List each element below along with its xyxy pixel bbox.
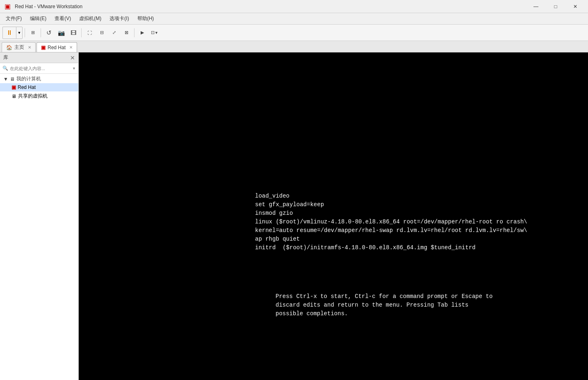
- menu-edit[interactable]: 编辑(E): [26, 14, 50, 24]
- fullscreen-button[interactable]: ⛶: [84, 27, 95, 39]
- terminal-content: load_video set gfx_payload=keep insmod g…: [255, 192, 527, 252]
- window-title: Red Hat - VMware Workstation: [15, 4, 526, 9]
- sidebar-item-shared[interactable]: 🖥 共享的虚拟机: [0, 91, 78, 101]
- sidebar: 库 ✕ 🔍 ▼ ▼ 🖥 我的计算机 ▣ Red Hat 🖥 共享的虚拟机: [0, 52, 79, 380]
- search-box: 🔍 ▼: [0, 63, 78, 74]
- redhat-label: Red Hat: [18, 84, 36, 90]
- toolbar-separator-4: [134, 28, 134, 37]
- unity-icon: ⊟: [100, 30, 104, 35]
- stretch-icon: ⤢: [112, 30, 116, 35]
- open-tab-dropdown-arrow: ▼: [155, 31, 158, 35]
- fullscreen-icon: ⛶: [87, 30, 92, 35]
- maximize-button[interactable]: □: [546, 0, 565, 13]
- home-tab-label: 主页: [14, 44, 24, 51]
- terminal-hint: Press Ctrl-x to start, Ctrl-c for a comm…: [276, 292, 492, 318]
- stretch-button[interactable]: ⤢: [108, 27, 120, 39]
- console-icon: ▶: [141, 30, 144, 35]
- home-tab-icon: 🏠: [6, 45, 12, 50]
- keyboard-icon: ⊞: [31, 30, 35, 35]
- minimize-button[interactable]: —: [526, 0, 545, 13]
- sidebar-header: 库 ✕: [0, 52, 78, 63]
- tab-redhat[interactable]: ▣ Red Hat ✕: [36, 42, 77, 52]
- revert-snapshot-icon: ↺: [46, 29, 52, 36]
- toolbar-separator-3: [81, 28, 82, 37]
- toolbar-separator-2: [41, 28, 41, 37]
- search-input[interactable]: [10, 66, 71, 71]
- close-button[interactable]: ✕: [566, 0, 585, 13]
- snapshot-revert-button[interactable]: ↺: [43, 27, 55, 39]
- vm-area: load_video set gfx_payload=keep insmod g…: [79, 52, 588, 380]
- open-in-tab-button[interactable]: ⊡ ▼: [149, 27, 160, 39]
- pause-button[interactable]: ⏸: [2, 27, 16, 39]
- app-icon: ▣: [3, 2, 11, 11]
- unity-button[interactable]: ⊟: [96, 27, 107, 39]
- menu-vm[interactable]: 虚拟机(M): [75, 14, 105, 24]
- snapshot-take-button[interactable]: 📷: [55, 27, 67, 39]
- toolbar-separator-1: [25, 28, 25, 37]
- tab-home[interactable]: 🏠 主页 ✕: [2, 42, 36, 52]
- menu-file[interactable]: 文件(F): [2, 14, 26, 24]
- titlebar: ▣ Red Hat - VMware Workstation — □ ✕: [0, 0, 588, 13]
- window-controls: — □ ✕: [526, 0, 585, 13]
- open-tab-icon: ⊡: [151, 30, 155, 35]
- redhat-tab-icon: ▣: [41, 45, 46, 50]
- console-button[interactable]: ▶: [137, 27, 148, 39]
- shared-label: 共享的虚拟机: [18, 93, 48, 100]
- sidebar-title: 库: [3, 54, 8, 61]
- pause-group: ⏸ ▼: [2, 27, 23, 39]
- my-computer-section[interactable]: ▼ 🖥 我的计算机: [0, 74, 78, 83]
- menubar: 文件(F) 编辑(E) 查看(V) 虚拟机(M) 选项卡(I) 帮助(H): [0, 13, 588, 25]
- menu-tab[interactable]: 选项卡(I): [105, 14, 133, 24]
- menu-view[interactable]: 查看(V): [50, 14, 75, 24]
- tree-container: ▼ 🖥 我的计算机 ▣ Red Hat 🖥 共享的虚拟机: [0, 74, 78, 101]
- pause-dropdown-button[interactable]: ▼: [16, 27, 23, 39]
- send-ctrl-alt-del-button[interactable]: ⊞: [27, 27, 39, 39]
- search-dropdown-icon[interactable]: ▼: [72, 66, 76, 71]
- snapshot-manager-button[interactable]: 🎞: [68, 27, 79, 39]
- home-tab-close[interactable]: ✕: [28, 45, 31, 50]
- vm-icon: ▣: [11, 84, 16, 90]
- menu-help[interactable]: 帮助(H): [133, 14, 158, 24]
- vm-screen[interactable]: load_video set gfx_payload=keep insmod g…: [79, 52, 588, 380]
- autofit-button[interactable]: ⊠: [121, 27, 132, 39]
- main-layout: 库 ✕ 🔍 ▼ ▼ 🖥 我的计算机 ▣ Red Hat 🖥 共享的虚拟机: [0, 52, 588, 380]
- sidebar-item-redhat[interactable]: ▣ Red Hat: [0, 83, 78, 91]
- sidebar-close-button[interactable]: ✕: [70, 55, 75, 61]
- search-icon: 🔍: [2, 66, 8, 71]
- collapse-icon: ▼: [3, 76, 8, 82]
- toolbar: ⏸ ▼ ⊞ ↺ 📷 🎞 ⛶ ⊟ ⤢ ⊠ ▶ ⊡ ▼: [0, 25, 588, 41]
- film-icon: 🎞: [71, 30, 76, 36]
- autofit-icon: ⊠: [125, 30, 128, 35]
- my-computer-label: 我的计算机: [16, 75, 41, 82]
- pause-icon: ⏸: [6, 29, 13, 36]
- computer-icon: 🖥: [10, 76, 15, 82]
- camera-icon: 📷: [58, 30, 65, 36]
- redhat-tab-label: Red Hat: [48, 45, 66, 50]
- redhat-tab-close[interactable]: ✕: [69, 45, 73, 50]
- shared-icon: 🖥: [11, 93, 16, 99]
- tab-bar: 🏠 主页 ✕ ▣ Red Hat ✕: [0, 41, 588, 52]
